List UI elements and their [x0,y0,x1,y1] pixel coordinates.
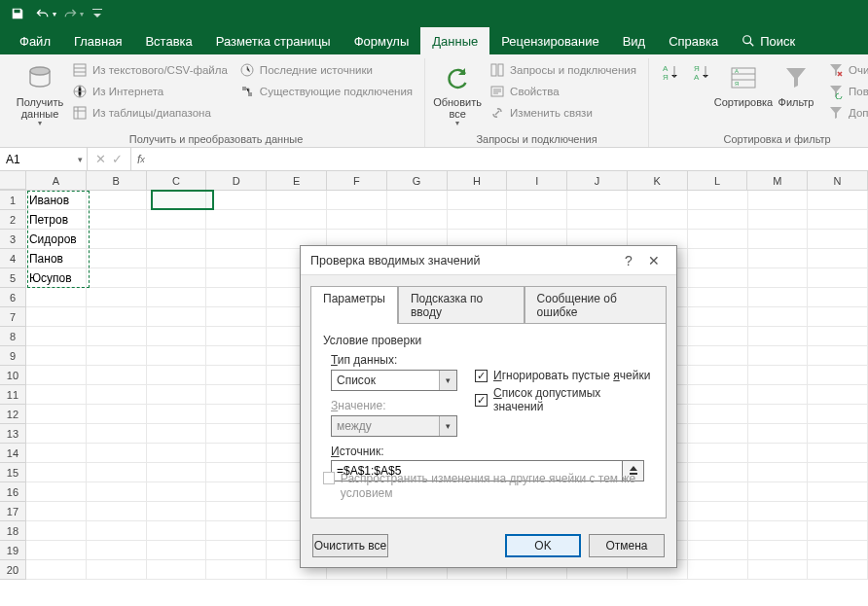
cell[interactable] [688,560,748,580]
cell[interactable]: Петров [26,210,87,230]
recent-sources-button[interactable]: Последние источники [237,60,415,80]
dialog-titlebar[interactable]: Проверка вводимых значений ? ✕ [301,246,676,275]
cell[interactable] [688,327,748,346]
cell[interactable] [206,307,267,327]
cell[interactable] [147,327,207,346]
cell[interactable] [87,444,147,463]
cell[interactable] [87,268,147,288]
cell[interactable] [808,444,868,463]
cell[interactable] [87,191,147,210]
tab-error-alert[interactable]: Сообщение об ошибке [524,286,667,324]
cell[interactable] [748,405,809,424]
column-header[interactable]: G [387,171,448,190]
undo-dropdown-icon[interactable]: ▾ [53,10,56,18]
from-csv-button[interactable]: Из текстового/CSV-файла [70,60,230,80]
namebox-dropdown-icon[interactable]: ▾ [78,155,83,164]
row-header[interactable]: 10 [0,366,26,385]
cell[interactable] [808,463,868,482]
from-range-button[interactable]: Из таблицы/диапазона [70,103,230,123]
clear-all-button[interactable]: Очистить все [312,534,388,557]
cell[interactable] [567,210,628,230]
row-header[interactable]: 17 [0,502,26,521]
cell[interactable] [206,463,267,482]
cell[interactable] [206,230,267,249]
redo-icon[interactable] [58,3,82,24]
cell[interactable] [808,346,868,366]
cell[interactable] [147,230,207,249]
cell[interactable] [748,385,809,405]
save-icon[interactable] [6,3,29,24]
row-header[interactable]: 9 [0,346,26,366]
cancel-button[interactable]: Отмена [589,534,665,557]
cell[interactable] [808,249,868,268]
cell[interactable] [206,560,267,580]
cell[interactable] [808,405,868,424]
cell[interactable] [147,210,207,230]
cell[interactable] [688,482,748,502]
cell[interactable] [748,482,809,502]
cell[interactable] [748,288,809,307]
row-header[interactable]: 4 [0,249,26,268]
row-header[interactable]: 6 [0,288,26,307]
cell[interactable] [688,366,748,385]
cell[interactable]: Панов [26,249,87,268]
tab-pagelayout[interactable]: Разметка страницы [204,27,343,54]
column-header[interactable]: E [267,171,327,190]
cell[interactable] [147,268,207,288]
cell[interactable] [147,541,207,560]
cell[interactable] [688,463,748,482]
cell[interactable] [87,230,147,249]
cell[interactable] [206,288,267,307]
cell[interactable] [808,482,868,502]
cell[interactable] [688,444,748,463]
existing-conn-button[interactable]: Существующие подключения [237,82,415,101]
cell[interactable] [808,268,868,288]
cell[interactable] [26,405,87,424]
cell[interactable] [748,521,809,541]
tab-review[interactable]: Рецензирование [489,27,610,54]
column-header[interactable]: I [507,171,567,190]
cell[interactable] [26,463,87,482]
incell-dropdown-checkbox[interactable]: ✓ Список допустимых значений [475,386,654,413]
row-header[interactable]: 12 [0,405,26,424]
cell[interactable] [87,502,147,521]
cell[interactable] [688,385,748,405]
cell[interactable] [327,210,387,230]
cell[interactable] [147,502,207,521]
column-header[interactable]: D [206,171,267,190]
cell[interactable] [748,424,809,444]
row-header[interactable]: 3 [0,230,26,249]
column-header[interactable]: N [808,171,868,190]
cell[interactable] [206,346,267,366]
cell[interactable] [628,191,688,210]
tab-parameters[interactable]: Параметры [310,286,398,324]
cell[interactable] [267,210,327,230]
name-box[interactable]: ▾ [0,148,88,170]
cell[interactable] [688,346,748,366]
cell[interactable] [87,307,147,327]
tab-view[interactable]: Вид [611,27,658,54]
row-header[interactable]: 20 [0,560,26,580]
row-header[interactable]: 18 [0,521,26,541]
row-header[interactable]: 15 [0,463,26,482]
cell[interactable] [748,541,809,560]
row-header[interactable]: 5 [0,268,26,288]
row-header[interactable]: 7 [0,307,26,327]
column-header[interactable]: F [327,171,387,190]
cell[interactable] [206,366,267,385]
cell[interactable] [748,560,809,580]
cell[interactable] [26,327,87,346]
cell[interactable] [206,482,267,502]
cell[interactable] [688,249,748,268]
cell[interactable] [147,307,207,327]
cell[interactable] [147,444,207,463]
cell[interactable] [688,288,748,307]
fx-icon[interactable]: fx [131,148,151,170]
cell[interactable] [387,191,448,210]
row-header[interactable]: 2 [0,210,26,230]
cell[interactable] [507,191,567,210]
tab-formulas[interactable]: Формулы [343,27,421,54]
reapply-button[interactable]: Повтори [826,82,868,101]
cell[interactable] [147,288,207,307]
cancel-formula-icon[interactable]: ✕ [95,152,106,166]
